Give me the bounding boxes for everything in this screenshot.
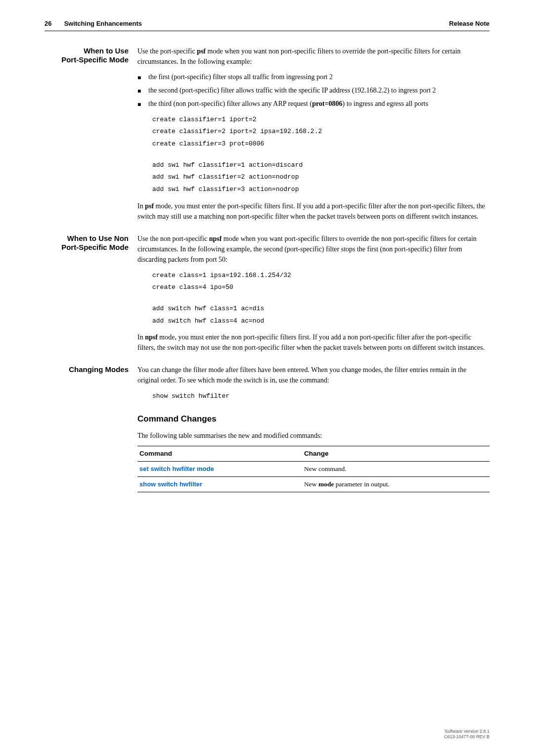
command-changes-heading: Command Changes bbox=[137, 413, 490, 425]
command-link[interactable]: set switch hwfilter mode bbox=[137, 461, 302, 476]
paragraph: The following table summarises the new a… bbox=[137, 430, 490, 441]
body-column: Use the port-specific psf mode when you … bbox=[137, 46, 490, 227]
side-label: When to Use Non Port-Specific Mode bbox=[44, 234, 137, 358]
footer-docid: C613-10477-00 REV B bbox=[444, 734, 490, 740]
footer-version: Software Version 2.8.1 bbox=[444, 729, 490, 735]
bullet-list: ■ the first (port-specific) filter stops… bbox=[137, 72, 490, 109]
change-description: New mode parameter in output. bbox=[302, 477, 490, 492]
list-item: ■ the first (port-specific) filter stops… bbox=[137, 72, 490, 82]
paragraph: You can change the filter mode after fil… bbox=[137, 365, 490, 385]
page-footer: Software Version 2.8.1 C613-10477-00 REV… bbox=[444, 729, 490, 740]
section-when-to-use-psf: When to Use Port-Specific Mode Use the p… bbox=[44, 46, 490, 227]
code-block: show switch hwfilter bbox=[152, 390, 490, 403]
paragraph: In psf mode, you must enter the port-spe… bbox=[137, 201, 490, 222]
header-left: 26 Switching Enhancements bbox=[44, 19, 142, 29]
section-when-to-use-npsf: When to Use Non Port-Specific Mode Use t… bbox=[44, 234, 490, 358]
section-changing-modes: Changing Modes You can change the filter… bbox=[44, 365, 490, 492]
command-changes-table: Command Change set switch hwfilter mode … bbox=[137, 446, 490, 493]
square-bullet-icon: ■ bbox=[137, 72, 148, 82]
paragraph: In npsf mode, you must enter the non por… bbox=[137, 332, 490, 353]
side-label: Changing Modes bbox=[44, 365, 137, 492]
square-bullet-icon: ■ bbox=[137, 98, 148, 109]
code-block: create classifier=1 iport=2 create class… bbox=[152, 114, 490, 196]
code-block: create class=1 ipsa=192.168.1.254/32 cre… bbox=[152, 270, 490, 328]
table-row: show switch hwfilter New mode parameter … bbox=[137, 477, 490, 492]
body-column: You can change the filter mode after fil… bbox=[137, 365, 490, 492]
square-bullet-icon: ■ bbox=[137, 85, 148, 95]
header-right: Release Note bbox=[449, 19, 490, 29]
chapter-title: Switching Enhancements bbox=[64, 20, 142, 27]
command-link[interactable]: show switch hwfilter bbox=[137, 477, 302, 492]
paragraph: Use the non port-specific npsf mode when… bbox=[137, 234, 490, 265]
page-header: 26 Switching Enhancements Release Note bbox=[44, 19, 490, 31]
change-description: New command. bbox=[302, 461, 490, 476]
body-column: Use the non port-specific npsf mode when… bbox=[137, 234, 490, 358]
side-label: When to Use Port-Specific Mode bbox=[44, 46, 137, 227]
table-row: set switch hwfilter mode New command. bbox=[137, 461, 490, 476]
list-item: ■ the third (non port-specific) filter a… bbox=[137, 98, 490, 109]
table-header-command: Command bbox=[137, 446, 302, 461]
list-item: ■ the second (port-specific) filter allo… bbox=[137, 85, 490, 95]
page-number: 26 bbox=[44, 19, 62, 29]
paragraph: Use the port-specific psf mode when you … bbox=[137, 46, 490, 67]
table-header-change: Change bbox=[302, 446, 490, 461]
